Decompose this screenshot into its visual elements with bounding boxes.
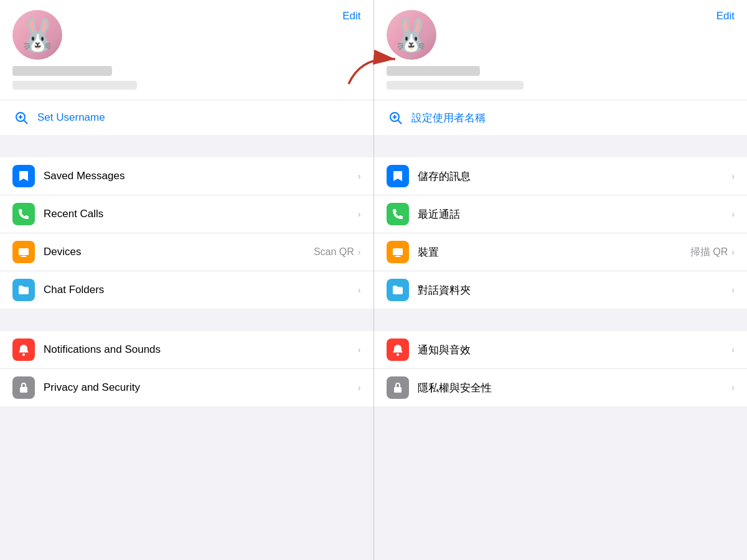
profile-name-right — [387, 66, 480, 76]
saved-messages-chevron-left: › — [358, 171, 361, 181]
saved-messages-label-right: 儲存的訊息 — [418, 169, 732, 184]
chat-folders-item-left[interactable]: Chat Folders › — [0, 271, 374, 309]
username-icon-right — [387, 109, 404, 126]
svg-point-7 — [22, 353, 25, 356]
devices-item-left[interactable]: Devices Scan QR › — [0, 233, 374, 271]
notifications-label-right: 通知與音效 — [418, 343, 732, 357]
section-gap-2-left — [0, 309, 374, 331]
username-label-left: Set Username — [37, 111, 361, 124]
devices-icon-right — [387, 241, 409, 263]
recent-calls-item-left[interactable]: Recent Calls › — [0, 195, 374, 233]
saved-messages-icon-right — [387, 165, 409, 187]
svg-point-19 — [397, 389, 398, 391]
edit-button-left[interactable]: Edit — [342, 10, 360, 22]
saved-messages-item-right[interactable]: 儲存的訊息 › — [374, 157, 748, 195]
devices-chevron-left: › — [358, 247, 361, 257]
recent-calls-item-right[interactable]: 最近通話 › — [374, 195, 748, 233]
section-gap-1-right — [374, 135, 748, 157]
saved-messages-chevron-right: › — [731, 171, 735, 181]
chat-folders-chevron-right: › — [731, 285, 735, 295]
notifications-icon-left — [12, 338, 35, 361]
svg-rect-14 — [393, 248, 403, 255]
recent-calls-label-right: 最近通話 — [418, 207, 732, 222]
recent-calls-chevron-left: › — [358, 209, 361, 219]
avatar-right — [387, 10, 436, 60]
recent-calls-icon-left — [12, 203, 35, 225]
svg-rect-16 — [395, 256, 401, 257]
privacy-item-right[interactable]: 隱私權與安全性 › — [374, 369, 748, 406]
chat-folders-icon-right — [387, 279, 409, 301]
devices-label-left: Devices — [44, 246, 314, 258]
notifications-chevron-right: › — [731, 345, 735, 355]
notifications-icon-right — [387, 338, 409, 361]
chat-folders-item-right[interactable]: 對話資料夾 › — [374, 271, 748, 309]
username-label-right: 設定使用者名稱 — [411, 111, 735, 125]
profile-name-left — [12, 66, 112, 76]
chat-folders-label-right: 對話資料夾 — [418, 283, 732, 297]
svg-line-11 — [398, 121, 402, 124]
settings-group2-left: Notifications and Sounds › Privacy and S… — [0, 331, 374, 406]
avatar-left — [12, 10, 62, 60]
svg-line-1 — [24, 121, 28, 124]
notifications-label-left: Notifications and Sounds — [44, 343, 358, 356]
devices-item-right[interactable]: 裝置 掃描 QR › — [374, 233, 748, 271]
saved-messages-icon-left — [12, 165, 35, 187]
devices-secondary-right: 掃描 QR — [690, 246, 728, 259]
devices-chevron-right: › — [731, 247, 735, 257]
section-gap-2-right — [374, 309, 748, 331]
privacy-item-left[interactable]: Privacy and Security › — [0, 369, 374, 406]
profile-phone-left — [12, 81, 137, 90]
devices-label-right: 裝置 — [418, 245, 690, 259]
devices-icon-left — [12, 241, 35, 263]
settings-group1-left: Saved Messages › Recent Calls › Devices … — [0, 157, 374, 309]
privacy-chevron-right: › — [731, 383, 735, 393]
privacy-chevron-left: › — [358, 383, 361, 393]
set-username-left[interactable]: Set Username — [0, 100, 374, 135]
recent-calls-chevron-right: › — [731, 209, 735, 219]
username-icon-left — [12, 109, 30, 126]
svg-rect-4 — [19, 248, 29, 255]
edit-button-right[interactable]: Edit — [716, 10, 735, 22]
devices-secondary-left: Scan QR — [314, 246, 354, 258]
chat-folders-label-left: Chat Folders — [44, 284, 358, 296]
recent-calls-icon-right — [387, 203, 409, 225]
settings-group1-right: 儲存的訊息 › 最近通話 › 裝置 掃描 QR › — [374, 157, 748, 309]
notifications-item-right[interactable]: 通知與音效 › — [374, 331, 748, 369]
privacy-icon-right — [387, 376, 409, 399]
chat-folders-icon-left — [12, 279, 35, 301]
chat-folders-chevron-left: › — [358, 285, 361, 295]
section-gap-1-left — [0, 135, 374, 157]
recent-calls-label-left: Recent Calls — [44, 208, 358, 220]
svg-rect-6 — [21, 256, 27, 257]
svg-point-9 — [23, 389, 25, 391]
notifications-item-left[interactable]: Notifications and Sounds › — [0, 331, 374, 369]
privacy-label-left: Privacy and Security — [44, 381, 358, 394]
notifications-chevron-left: › — [358, 345, 361, 355]
profile-phone-right — [387, 81, 524, 90]
privacy-label-right: 隱私權與安全性 — [418, 381, 732, 395]
privacy-icon-left — [12, 376, 35, 399]
svg-point-17 — [397, 353, 399, 356]
set-username-right[interactable]: 設定使用者名稱 — [374, 100, 748, 135]
saved-messages-label-left: Saved Messages — [44, 170, 358, 182]
saved-messages-item-left[interactable]: Saved Messages › — [0, 157, 374, 195]
settings-group2-right: 通知與音效 › 隱私權與安全性 › — [374, 331, 748, 406]
